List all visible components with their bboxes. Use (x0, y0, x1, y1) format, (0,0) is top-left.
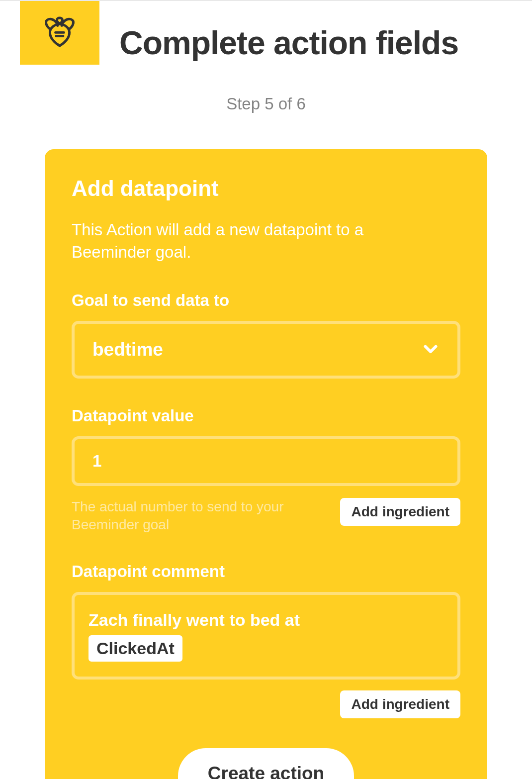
page-title: Complete action fields (119, 24, 458, 62)
comment-label: Datapoint comment (72, 562, 460, 581)
goal-select[interactable]: bedtime (72, 321, 460, 379)
comment-text-value: Zach finally went to bed at (89, 610, 300, 629)
create-action-button[interactable]: Create action (178, 748, 354, 779)
add-ingredient-button-comment[interactable]: Add ingredient (340, 690, 460, 718)
service-tile-beeminder (20, 1, 99, 65)
card-title: Add datapoint (72, 176, 460, 201)
bee-icon (42, 14, 77, 51)
add-ingredient-button-value[interactable]: Add ingredient (340, 498, 460, 526)
goal-select-value: bedtime (92, 339, 163, 360)
goal-label: Goal to send data to (72, 291, 460, 310)
value-input-wrap[interactable] (72, 436, 460, 486)
comment-text: Zach finally went to bed at ClickedAt (89, 608, 443, 662)
chevron-down-icon (422, 340, 440, 360)
step-indicator: Step 5 of 6 (20, 95, 512, 113)
header: Complete action fields Step 5 of 6 (0, 1, 532, 113)
value-input[interactable] (92, 452, 440, 471)
comment-input[interactable]: Zach finally went to bed at ClickedAt (72, 592, 460, 680)
value-label: Datapoint value (72, 406, 460, 425)
card-description: This Action will add a new datapoint to … (72, 219, 410, 263)
ingredient-chip-clickedat[interactable]: ClickedAt (89, 635, 182, 662)
value-helper-text: The actual number to send to your Beemin… (72, 498, 285, 534)
action-card: Add datapoint This Action will add a new… (45, 149, 487, 779)
